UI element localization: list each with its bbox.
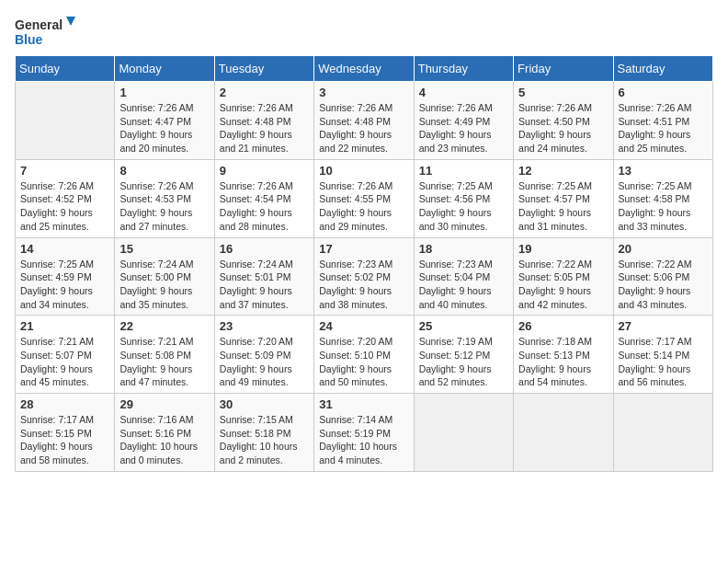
calendar-cell <box>613 394 712 472</box>
day-info: Sunrise: 7:26 AMSunset: 4:47 PMDaylight:… <box>119 101 209 155</box>
day-number: 31 <box>319 397 408 411</box>
calendar-cell: 17Sunrise: 7:23 AMSunset: 5:02 PMDayligh… <box>314 237 414 316</box>
day-number: 23 <box>220 319 309 333</box>
calendar-cell: 10Sunrise: 7:26 AMSunset: 4:55 PMDayligh… <box>314 159 414 237</box>
calendar-cell: 4Sunrise: 7:26 AMSunset: 4:49 PMDaylight… <box>414 82 513 160</box>
header-thursday: Thursday <box>414 56 513 82</box>
calendar-cell: 3Sunrise: 7:26 AMSunset: 4:48 PMDaylight… <box>314 82 414 160</box>
day-number: 21 <box>20 319 109 333</box>
day-info: Sunrise: 7:14 AMSunset: 5:19 PMDaylight:… <box>319 413 408 467</box>
day-info: Sunrise: 7:20 AMSunset: 5:10 PMDaylight:… <box>319 335 408 389</box>
day-number: 6 <box>619 86 708 99</box>
day-info: Sunrise: 7:21 AMSunset: 5:07 PMDaylight:… <box>20 335 109 389</box>
calendar-cell: 6Sunrise: 7:26 AMSunset: 4:51 PMDaylight… <box>613 82 712 160</box>
day-info: Sunrise: 7:24 AMSunset: 5:01 PMDaylight:… <box>220 258 309 312</box>
day-number: 17 <box>319 242 408 256</box>
day-number: 5 <box>518 86 608 99</box>
calendar-cell: 23Sunrise: 7:20 AMSunset: 5:09 PMDayligh… <box>214 316 313 394</box>
calendar-cell: 28Sunrise: 7:17 AMSunset: 5:15 PMDayligh… <box>16 394 115 472</box>
calendar-cell: 26Sunrise: 7:18 AMSunset: 5:13 PMDayligh… <box>514 316 613 394</box>
day-info: Sunrise: 7:20 AMSunset: 5:09 PMDaylight:… <box>220 335 309 389</box>
day-info: Sunrise: 7:24 AMSunset: 5:00 PMDaylight:… <box>119 258 209 312</box>
calendar-cell: 19Sunrise: 7:22 AMSunset: 5:05 PMDayligh… <box>514 237 613 316</box>
day-info: Sunrise: 7:26 AMSunset: 4:51 PMDaylight:… <box>619 101 708 155</box>
day-info: Sunrise: 7:22 AMSunset: 5:06 PMDaylight:… <box>619 258 708 312</box>
day-number: 27 <box>619 319 708 333</box>
header-monday: Monday <box>115 56 214 82</box>
calendar-cell: 9Sunrise: 7:26 AMSunset: 4:54 PMDaylight… <box>214 159 313 237</box>
day-number: 9 <box>220 164 309 178</box>
calendar-week-1: 1Sunrise: 7:26 AMSunset: 4:47 PMDaylight… <box>16 82 713 160</box>
calendar-cell <box>414 394 513 472</box>
day-info: Sunrise: 7:16 AMSunset: 5:16 PMDaylight:… <box>119 413 209 467</box>
day-info: Sunrise: 7:17 AMSunset: 5:15 PMDaylight:… <box>20 413 109 467</box>
calendar-cell <box>514 394 613 472</box>
day-number: 11 <box>419 164 508 178</box>
header-sunday: Sunday <box>16 56 115 82</box>
day-info: Sunrise: 7:17 AMSunset: 5:14 PMDaylight:… <box>619 335 708 389</box>
header-wednesday: Wednesday <box>314 56 414 82</box>
logo-svg: GeneralBlue <box>15 15 79 48</box>
day-number: 22 <box>119 319 209 333</box>
day-number: 15 <box>119 242 209 256</box>
day-info: Sunrise: 7:26 AMSunset: 4:48 PMDaylight:… <box>220 101 309 155</box>
day-info: Sunrise: 7:26 AMSunset: 4:54 PMDaylight:… <box>220 179 309 234</box>
day-number: 12 <box>518 164 608 178</box>
day-info: Sunrise: 7:21 AMSunset: 5:08 PMDaylight:… <box>119 335 209 389</box>
day-info: Sunrise: 7:26 AMSunset: 4:52 PMDaylight:… <box>20 179 109 234</box>
calendar-cell: 25Sunrise: 7:19 AMSunset: 5:12 PMDayligh… <box>414 316 513 394</box>
day-number: 10 <box>319 164 408 178</box>
calendar-cell <box>16 82 115 160</box>
svg-text:Blue: Blue <box>15 32 43 47</box>
calendar-cell: 5Sunrise: 7:26 AMSunset: 4:50 PMDaylight… <box>514 82 613 160</box>
header-friday: Friday <box>514 56 613 82</box>
day-info: Sunrise: 7:23 AMSunset: 5:02 PMDaylight:… <box>319 258 408 312</box>
day-number: 18 <box>419 242 508 256</box>
day-info: Sunrise: 7:26 AMSunset: 4:55 PMDaylight:… <box>319 179 408 234</box>
day-info: Sunrise: 7:26 AMSunset: 4:49 PMDaylight:… <box>419 101 508 155</box>
header-saturday: Saturday <box>613 56 712 82</box>
calendar-header-row: SundayMondayTuesdayWednesdayThursdayFrid… <box>16 56 713 82</box>
day-number: 13 <box>619 164 708 178</box>
day-number: 1 <box>119 86 209 99</box>
calendar-cell: 30Sunrise: 7:15 AMSunset: 5:18 PMDayligh… <box>214 394 313 472</box>
calendar-cell: 12Sunrise: 7:25 AMSunset: 4:57 PMDayligh… <box>514 159 613 237</box>
day-number: 14 <box>20 242 109 256</box>
calendar-cell: 1Sunrise: 7:26 AMSunset: 4:47 PMDaylight… <box>115 82 214 160</box>
day-number: 26 <box>518 319 608 333</box>
calendar-week-5: 28Sunrise: 7:17 AMSunset: 5:15 PMDayligh… <box>16 394 713 472</box>
day-info: Sunrise: 7:19 AMSunset: 5:12 PMDaylight:… <box>419 335 508 389</box>
day-number: 25 <box>419 319 508 333</box>
day-number: 16 <box>220 242 309 256</box>
day-number: 19 <box>518 242 608 256</box>
day-number: 20 <box>619 242 708 256</box>
day-number: 2 <box>220 86 309 99</box>
calendar-cell: 8Sunrise: 7:26 AMSunset: 4:53 PMDaylight… <box>115 159 214 237</box>
logo: GeneralBlue <box>15 15 79 48</box>
calendar-cell: 24Sunrise: 7:20 AMSunset: 5:10 PMDayligh… <box>314 316 414 394</box>
day-info: Sunrise: 7:25 AMSunset: 4:58 PMDaylight:… <box>619 179 708 234</box>
calendar-cell: 11Sunrise: 7:25 AMSunset: 4:56 PMDayligh… <box>414 159 513 237</box>
day-info: Sunrise: 7:18 AMSunset: 5:13 PMDaylight:… <box>518 335 608 389</box>
day-info: Sunrise: 7:26 AMSunset: 4:48 PMDaylight:… <box>319 101 408 155</box>
calendar-cell: 22Sunrise: 7:21 AMSunset: 5:08 PMDayligh… <box>115 316 214 394</box>
calendar-cell: 29Sunrise: 7:16 AMSunset: 5:16 PMDayligh… <box>115 394 214 472</box>
day-info: Sunrise: 7:25 AMSunset: 4:57 PMDaylight:… <box>518 179 608 234</box>
calendar-cell: 15Sunrise: 7:24 AMSunset: 5:00 PMDayligh… <box>115 237 214 316</box>
page-header: GeneralBlue <box>15 15 713 48</box>
day-number: 4 <box>419 86 508 99</box>
day-info: Sunrise: 7:26 AMSunset: 4:50 PMDaylight:… <box>518 101 608 155</box>
day-info: Sunrise: 7:23 AMSunset: 5:04 PMDaylight:… <box>419 258 508 312</box>
calendar-cell: 31Sunrise: 7:14 AMSunset: 5:19 PMDayligh… <box>314 394 414 472</box>
svg-text:General: General <box>15 17 63 32</box>
day-number: 8 <box>119 164 209 178</box>
calendar-cell: 16Sunrise: 7:24 AMSunset: 5:01 PMDayligh… <box>214 237 313 316</box>
calendar-cell: 27Sunrise: 7:17 AMSunset: 5:14 PMDayligh… <box>613 316 712 394</box>
calendar-cell: 14Sunrise: 7:25 AMSunset: 4:59 PMDayligh… <box>16 237 115 316</box>
day-number: 24 <box>319 319 408 333</box>
calendar-cell: 21Sunrise: 7:21 AMSunset: 5:07 PMDayligh… <box>16 316 115 394</box>
calendar-cell: 13Sunrise: 7:25 AMSunset: 4:58 PMDayligh… <box>613 159 712 237</box>
day-number: 3 <box>319 86 408 99</box>
day-number: 28 <box>20 397 109 411</box>
header-tuesday: Tuesday <box>214 56 313 82</box>
